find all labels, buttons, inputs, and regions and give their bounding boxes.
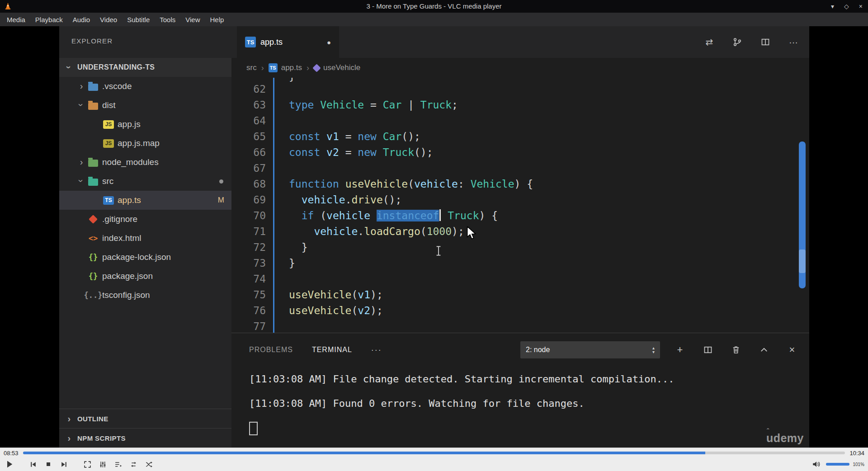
breadcrumb-src[interactable]: src	[246, 63, 257, 72]
volume-slider[interactable]	[826, 463, 849, 466]
explorer-sidebar: EXPLORER › UNDERSTANDING-TS ›.vscode›dis…	[59, 26, 231, 447]
menu-media[interactable]: Media	[2, 13, 30, 26]
udemy-caret: ˆ	[767, 427, 769, 435]
menu-subtitle[interactable]: Subtitle	[122, 13, 155, 26]
line-number: 73	[231, 255, 266, 271]
file-type-icon: <>	[89, 234, 98, 243]
section-npm-scripts[interactable]: ›NPM SCRIPTS	[59, 428, 231, 447]
editor-group: TS app.ts ● ⇄ ··· s	[231, 26, 809, 447]
line-number: 77	[231, 319, 266, 333]
line-number: 62	[231, 81, 266, 97]
sidebar-bottom-sections: ›OUTLINE›NPM SCRIPTS	[59, 409, 231, 447]
breadcrumb-usevehicle[interactable]: useVehicle	[314, 63, 360, 72]
more-actions-icon[interactable]: ···	[788, 37, 799, 47]
git-branch-icon[interactable]	[731, 38, 743, 47]
maximize-panel-icon[interactable]	[759, 345, 769, 354]
tree-item-app-js[interactable]: JSapp.js	[59, 115, 231, 134]
menu-audio[interactable]: Audio	[68, 13, 95, 26]
loop-button[interactable]	[127, 458, 140, 471]
breadcrumb-app-ts[interactable]: TSapp.ts	[269, 63, 302, 72]
tree-item-src[interactable]: ›src	[59, 172, 231, 191]
menu-help[interactable]: Help	[205, 13, 229, 26]
fullscreen-button[interactable]	[80, 458, 94, 471]
code-line-65: 65const v1 = new Car();	[231, 129, 809, 145]
panel-actions: + ×	[675, 333, 797, 367]
ts-file-icon: TS	[245, 37, 256, 47]
window-title: 3 - More on Type Guards - VLC media play…	[0, 0, 868, 13]
folder-icon	[88, 160, 98, 167]
code-editor[interactable]: } 6263type Vehicle = Car | Truck;6465con…	[231, 78, 809, 333]
split-editor-icon[interactable]	[760, 38, 771, 47]
tree-item-label: src	[102, 176, 113, 186]
tab-label: app.ts	[260, 38, 283, 47]
tree-item-gitignore[interactable]: .gitignore	[59, 210, 231, 229]
tree-item-label: app.ts	[118, 195, 141, 205]
terminal-selector[interactable]: 2: node ▴ ▾	[520, 341, 660, 358]
panel-tab-problems[interactable]: PROBLEMS	[249, 346, 293, 354]
previous-button[interactable]	[26, 458, 40, 471]
tree-item-package-json[interactable]: {}package.json	[59, 267, 231, 286]
chevron-expanded-icon: ›	[77, 176, 86, 185]
next-button[interactable]	[57, 458, 71, 471]
code-line-68: 68function useVehicle(vehicle: Vehicle) …	[231, 176, 809, 192]
editor-actions: ⇄ ···	[703, 26, 799, 58]
play-button[interactable]	[3, 458, 16, 471]
open-changes-icon[interactable]: ⇄	[703, 37, 715, 47]
scrollbar-thumb[interactable]	[799, 141, 806, 288]
tree-item-tsconfig-json[interactable]: {..}tsconfig.json	[59, 286, 231, 305]
editor-scrollbar[interactable]	[799, 78, 806, 333]
titlebar: 3 - More on Type Guards - VLC media play…	[0, 0, 868, 13]
menu-view[interactable]: View	[180, 13, 205, 26]
panel-more-icon[interactable]: ···	[371, 345, 382, 355]
tree-item-label: index.html	[102, 233, 142, 243]
tree-item-label: .vscode	[102, 81, 132, 91]
window-controls: ▾ ◇ ×	[831, 0, 863, 13]
menu-playback[interactable]: Playback	[30, 13, 68, 26]
editor-caret	[439, 209, 441, 221]
tree-item-app-ts[interactable]: TSapp.tsM	[59, 191, 231, 210]
maximize-button[interactable]: ◇	[844, 3, 849, 10]
close-button[interactable]: ×	[859, 3, 863, 10]
tree-item-package-lock-json[interactable]: {}package-lock.json	[59, 248, 231, 267]
kill-terminal-icon[interactable]	[731, 345, 741, 354]
tab-app-ts[interactable]: TS app.ts ●	[237, 26, 339, 58]
git-icon	[89, 215, 98, 224]
tree-item-app-js-map[interactable]: JSapp.js.map	[59, 134, 231, 153]
project-name: UNDERSTANDING-TS	[77, 63, 155, 71]
menu-video[interactable]: Video	[95, 13, 122, 26]
project-section-header[interactable]: › UNDERSTANDING-TS	[59, 58, 231, 77]
close-panel-icon[interactable]: ×	[787, 344, 797, 356]
code-line-74: 74	[231, 271, 809, 287]
volume-icon[interactable]	[809, 458, 823, 471]
tree-item-vscode[interactable]: ›.vscode	[59, 77, 231, 96]
extended-settings-button[interactable]	[96, 458, 109, 471]
file-tree: ›.vscode›distJSapp.jsJSapp.js.map›node_m…	[59, 77, 231, 305]
playback-controls: 101%	[0, 457, 868, 471]
seek-bar[interactable]	[23, 452, 845, 454]
line-number: 72	[231, 240, 266, 255]
stop-button[interactable]	[42, 458, 55, 471]
code-line-69: 69 vehicle.drive();	[231, 192, 809, 208]
dirty-indicator-icon[interactable]: ●	[327, 38, 331, 46]
breadcrumb: src›TSapp.ts›useVehicle	[231, 58, 809, 78]
terminal-output[interactable]: [11:03:08 AM] File change detected. Star…	[249, 373, 674, 435]
tree-item-dist[interactable]: ›dist	[59, 96, 231, 115]
code-line-63: 63type Vehicle = Car | Truck;	[231, 97, 809, 113]
menu-tools[interactable]: Tools	[155, 13, 180, 26]
code-line-75: 75useVehicle(v1);	[231, 287, 809, 303]
chevron-collapsed-icon: ›	[65, 433, 74, 443]
tree-item-node-modules[interactable]: ›node_modules	[59, 153, 231, 172]
text-ibeam-cursor	[436, 246, 441, 258]
tree-item-index-html[interactable]: <>index.html	[59, 229, 231, 248]
code-line-66: 66const v2 = new Truck();	[231, 145, 809, 160]
tree-item-label: .gitignore	[102, 214, 137, 224]
random-button[interactable]	[142, 458, 156, 471]
video-area[interactable]: EXPLORER › UNDERSTANDING-TS ›.vscode›dis…	[0, 26, 868, 447]
minimize-button[interactable]: ▾	[831, 3, 834, 10]
section-outline[interactable]: ›OUTLINE	[59, 409, 231, 428]
chevron-collapsed-icon: ›	[77, 81, 86, 90]
playlist-button[interactable]	[111, 458, 125, 471]
split-terminal-icon[interactable]	[703, 345, 713, 354]
panel-tab-terminal[interactable]: TERMINAL	[312, 346, 352, 354]
new-terminal-icon[interactable]: +	[675, 344, 685, 356]
